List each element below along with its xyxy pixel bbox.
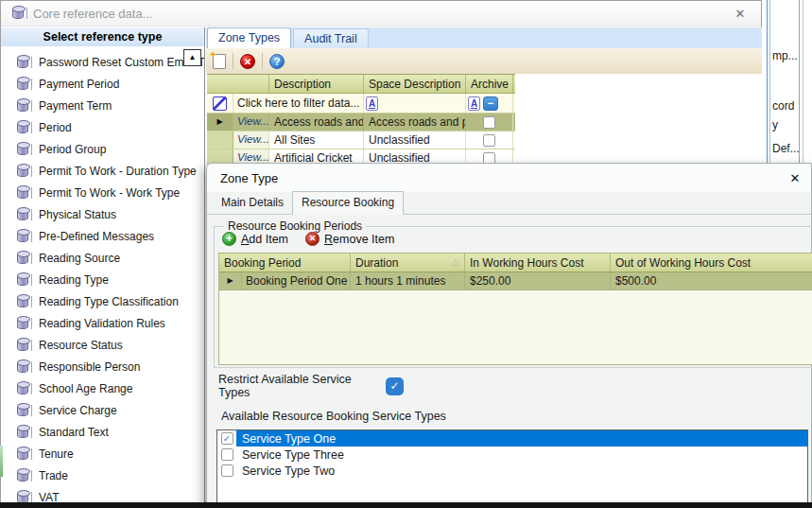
reference-type-list: Password Reset Custom Email Te Payment P… (1, 46, 204, 508)
row-selector-icon: ▶ (219, 272, 242, 289)
database-icon (17, 469, 28, 482)
database-icon (17, 404, 28, 416)
database-icon (17, 317, 28, 329)
tab-zone-types[interactable]: Zone Types (207, 27, 291, 48)
toolbar-separator (233, 53, 233, 69)
column-header-out-of-working-hours-cost[interactable]: Out of Working Hours Cost (611, 254, 812, 272)
add-item-button[interactable]: + Add Item (222, 232, 288, 246)
cell-out-of-working-hours-cost: $500.00 (611, 272, 812, 289)
dialog-title: Zone Type (220, 171, 278, 185)
tab-resource-booking[interactable]: Resource Booking (292, 191, 404, 215)
list-item[interactable]: Service Type Three (217, 447, 807, 463)
view-link[interactable]: View... (233, 114, 269, 131)
filter-prompt[interactable]: Click here to filter data... (233, 94, 364, 113)
sidebar-item-tenure[interactable]: Tenure (1, 443, 204, 464)
sparkle-icon: ✦ (209, 49, 216, 60)
table-row[interactable]: ▶ View... Access roads and Access roads … (207, 114, 515, 131)
cell-duration: 1 hours 1 minutes (351, 272, 465, 289)
tab-main-details[interactable]: Main Details (213, 192, 292, 214)
service-type-checkbox[interactable] (221, 448, 233, 461)
sidebar-item-school-age-range[interactable]: School Age Range (1, 377, 204, 399)
title-bar: Core reference data... ✕ (1, 1, 761, 26)
grid-header-spacer (207, 75, 269, 93)
database-icon (17, 186, 28, 199)
filter-row: Click here to filter data... A A− (207, 94, 515, 114)
list-item[interactable]: ✓ Service Type One (217, 430, 807, 447)
archive-checkbox[interactable] (483, 116, 495, 129)
view-link[interactable]: View... (233, 131, 269, 149)
cell-description: All Sites (269, 131, 364, 149)
restrict-service-types-checkbox[interactable]: ✓ (386, 377, 404, 395)
column-header-archive[interactable]: Archive (466, 75, 513, 93)
sidebar-item-reading-validation-rules[interactable]: Reading Validation Rules (1, 312, 204, 334)
bottom-edge-bar (0, 502, 812, 508)
database-icon (17, 99, 28, 112)
dialog-tab-strip: Main Details Resource Booking (207, 193, 811, 215)
zone-type-dialog: Zone Type ✕ Main Details Resource Bookin… (206, 163, 812, 508)
sidebar-item-permit-to-work-work-type[interactable]: Permit To Work - Work Type (1, 182, 204, 203)
sidebar-item-service-charge[interactable]: Service Charge (1, 399, 204, 421)
filter-icon[interactable] (213, 96, 227, 111)
sidebar-item-payment-term[interactable]: Payment Term (1, 95, 204, 116)
database-icon (17, 426, 28, 438)
column-header-space-description[interactable]: Space Description (364, 75, 466, 93)
tab-audit-trail[interactable]: Audit Trail (293, 28, 369, 48)
list-item[interactable]: Service Type Two (217, 463, 807, 479)
table-row[interactable]: View... All Sites Unclassified (207, 131, 515, 149)
sidebar-item-trade[interactable]: Trade (1, 464, 204, 486)
sidebar-item-period[interactable]: Period (1, 116, 204, 138)
remove-item-button[interactable]: ✕ Remove Item (305, 232, 394, 246)
sidebar-item-period-group[interactable]: Period Group (1, 138, 204, 160)
sidebar-item-pre-defined-messages[interactable]: Pre-Defined Messages (1, 225, 204, 247)
truncated-text: cord (772, 99, 794, 113)
sidebar-item-reading-type[interactable]: Reading Type (1, 269, 204, 290)
sidebar-item-reading-source[interactable]: Reading Source (1, 247, 204, 269)
sidebar-item-reading-type-classification[interactable]: Reading Type Classification (1, 290, 204, 312)
archive-checkbox[interactable] (483, 134, 495, 147)
column-header-booking-period[interactable]: Booking Period (219, 254, 351, 272)
database-icon (17, 447, 28, 460)
database-icon (17, 208, 28, 220)
truncated-text: mp... (772, 49, 798, 62)
cell-booking-period: Booking Period One (242, 272, 347, 289)
dialog-title-bar: Zone Type ✕ (207, 164, 811, 192)
close-icon[interactable]: ✕ (786, 170, 803, 187)
close-icon[interactable]: ✕ (731, 5, 750, 24)
column-header-duration[interactable]: Duration△ (351, 254, 465, 272)
cell-description: Access roads and (269, 114, 364, 131)
toolbar: ✦ ✕ ? (206, 48, 762, 74)
delete-icon[interactable]: ✕ (240, 54, 255, 69)
service-type-checkbox[interactable]: ✓ (221, 432, 233, 445)
sidebar-item-physical-status[interactable]: Physical Status (1, 203, 204, 225)
cell-in-working-hours-cost: $250.00 (465, 272, 611, 289)
sidebar-header: Select reference type (1, 27, 204, 46)
database-icon (17, 339, 28, 351)
service-type-checkbox[interactable] (221, 464, 233, 477)
filter-mode-a-icon[interactable]: A (468, 96, 480, 111)
column-header-in-working-hours-cost[interactable]: In Working Hours Cost (465, 254, 611, 272)
table-row[interactable]: ▶ Booking Period One 1 hours 1 minutes $… (219, 272, 812, 290)
database-icon (17, 295, 28, 307)
database-icon (17, 143, 28, 155)
scroll-up-button[interactable]: ▲ (183, 49, 201, 66)
column-header-description[interactable]: Description (269, 75, 364, 93)
sidebar-item-responsible-person[interactable]: Responsible Person (1, 356, 204, 377)
remove-icon: ✕ (305, 232, 320, 246)
sidebar-item-standard-text[interactable]: Standard Text (1, 421, 204, 443)
service-types-listbox: ✓ Service Type One Service Type Three Se… (216, 429, 808, 507)
sidebar-item-payment-period[interactable]: Payment Period (1, 73, 204, 95)
sidebar-item-resource-status[interactable]: Resource Status (1, 334, 204, 356)
grid-header-row: Description Space Description Archive (207, 74, 515, 94)
filter-mode-a-icon[interactable]: A (366, 96, 378, 111)
help-icon[interactable]: ? (269, 54, 285, 69)
new-item-icon[interactable]: ✦ (213, 54, 226, 69)
filter-minus-button[interactable]: − (483, 96, 498, 111)
restrict-available-service-types-label: Restrict Available Service Types (218, 373, 386, 399)
row-selector-icon: ▶ (207, 114, 233, 131)
database-icon (17, 382, 28, 394)
truncated-text: y (772, 118, 778, 131)
cell-space-description: Access roads and p (364, 114, 466, 131)
sidebar-item-password-reset-custom-email[interactable]: Password Reset Custom Email Te (1, 51, 204, 73)
sidebar-item-permit-to-work-duration-type[interactable]: Permit To Work - Duration Type (1, 160, 204, 182)
reference-type-sidebar: Select reference type Password Reset Cus… (1, 27, 205, 502)
